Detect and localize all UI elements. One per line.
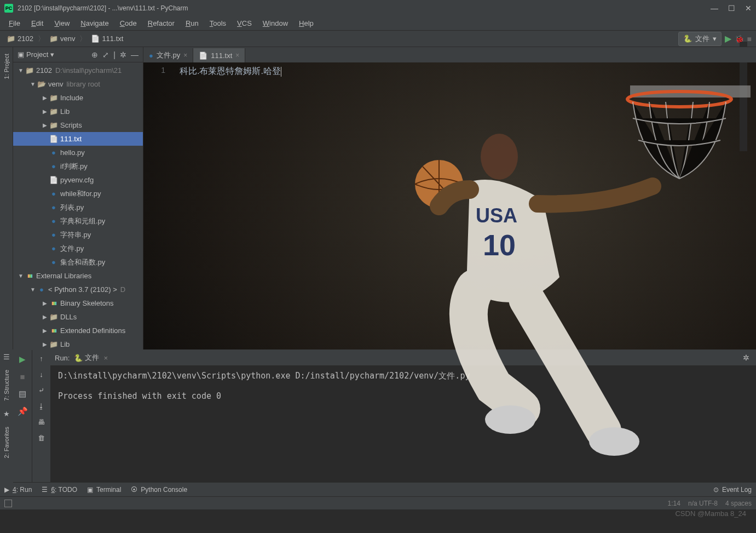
menu-window[interactable]: Window (258, 18, 292, 28)
window-title: 2102 [D:\install\pycharm\2102] - ...\ven… (18, 4, 711, 12)
chevron-down-icon[interactable]: ▾ (50, 50, 54, 59)
tree-label: Lib (60, 340, 70, 348)
indent-setting[interactable]: 4 spaces (725, 500, 752, 507)
menubar: FileEditViewNavigateCodeRefactorRunTools… (0, 16, 756, 31)
gear-icon[interactable]: ✲ (743, 353, 749, 362)
bottom-tool-6-todo[interactable]: ☰6: TODO (42, 486, 77, 494)
py-icon (49, 162, 58, 170)
tree-item[interactable]: ▶Binary Skeletons (13, 296, 143, 310)
lib-icon (49, 301, 58, 306)
tree-item[interactable]: ▶DLLs (13, 310, 143, 324)
tree-item[interactable]: ▼venvlibrary root (13, 77, 143, 91)
locate-icon[interactable]: ⊕ (91, 50, 98, 59)
bottom-tool-terminal[interactable]: ▣Terminal (87, 486, 121, 494)
up-arrow-icon[interactable]: ↑ (39, 354, 43, 363)
run-toolbar-left2: ↑ ↓ ⤶ ⭳ 🖶 🗑 (32, 350, 50, 482)
tree-arrow-icon[interactable]: ▶ (41, 108, 49, 114)
menu-vcs[interactable]: VCS (233, 18, 256, 28)
tree-item[interactable]: pyvenv.cfg (13, 173, 143, 187)
favorites-tool-button[interactable]: 2: Favorites (3, 423, 10, 461)
menu-file[interactable]: File (4, 18, 25, 28)
hide-icon[interactable]: — (131, 50, 138, 59)
tree-item[interactable]: 集合和函数.py (13, 255, 143, 269)
close-tab-icon[interactable]: × (235, 51, 239, 59)
tree-item[interactable]: 字典和元组.py (13, 214, 143, 228)
tree-item[interactable]: ▶Include (13, 91, 143, 105)
structure-tool-button[interactable]: 7: Structure (3, 366, 10, 404)
event-log-button[interactable]: ⊙ Event Log (713, 486, 752, 494)
stop-button[interactable]: ■ (20, 372, 25, 381)
folder-icon (49, 94, 58, 102)
structure-icon[interactable]: ☰ (3, 351, 10, 363)
toolwindows-toggle-icon[interactable] (4, 500, 12, 507)
chevron-right-icon: 〉 (38, 34, 45, 44)
editor-tab[interactable]: 文件.py× (143, 48, 193, 62)
run-config-tab[interactable]: 🐍 文件 × (74, 353, 108, 363)
tree-item[interactable]: 文件.py (13, 242, 143, 255)
tree-item[interactable]: if判断.py (13, 159, 143, 173)
breadcrumb-item[interactable]: 2102 (4, 33, 36, 44)
tree-item[interactable]: ▶Extended Definitions (13, 324, 143, 337)
tree-item[interactable]: ▼External Libraries (13, 269, 143, 283)
trash-icon[interactable]: 🗑 (38, 434, 45, 442)
close-tab-icon[interactable]: × (183, 51, 187, 59)
scroll-end-icon[interactable]: ⭳ (38, 402, 45, 410)
tree-arrow-icon[interactable]: ▶ (41, 314, 49, 320)
breadcrumb-item[interactable]: 111.txt (89, 33, 125, 44)
event-log-label: Event Log (722, 486, 752, 494)
tree-item[interactable]: 列表.py (13, 200, 143, 214)
tree-arrow-icon[interactable]: ▶ (41, 95, 49, 101)
tree-arrow-icon[interactable]: ▼ (16, 273, 25, 279)
tree-arrow-icon[interactable]: ▶ (41, 328, 49, 334)
tree-arrow-icon[interactable]: ▶ (41, 122, 49, 128)
tree-arrow-icon[interactable]: ▼ (16, 67, 25, 73)
tree-arrow-icon[interactable]: ▼ (28, 81, 37, 87)
menu-tools[interactable]: Tools (205, 18, 230, 28)
menu-run[interactable]: Run (181, 18, 203, 28)
tree-item[interactable]: ▶Lib (13, 105, 143, 118)
project-tree[interactable]: ▼2102D:\install\pycharm\21▼venvlibrary r… (13, 62, 143, 349)
breadcrumb-item[interactable]: venv (47, 33, 77, 44)
run-toolbar-left: ▶ ■ ▤ 📌 (13, 350, 32, 482)
wrap-icon[interactable]: ⤶ (38, 386, 44, 394)
tree-item[interactable]: ▼2102D:\install\pycharm\21 (13, 64, 143, 77)
tree-item[interactable]: 字符串.py (13, 228, 143, 242)
minimize-button[interactable]: — (711, 4, 718, 13)
folder-icon (49, 340, 58, 348)
print-icon[interactable]: 🖶 (38, 418, 45, 426)
expand-icon[interactable]: ⤢ (102, 50, 109, 59)
tree-item[interactable]: hello.py (13, 146, 143, 159)
file-encoding[interactable]: n/a UTF-8 (688, 500, 718, 507)
tree-item[interactable]: ▶Lib (13, 337, 143, 349)
tree-item[interactable]: ▶Scripts (13, 118, 143, 132)
menu-code[interactable]: Code (116, 18, 141, 28)
favorites-icon[interactable]: ★ (3, 408, 10, 420)
menu-navigate[interactable]: Navigate (76, 18, 113, 28)
folder-icon (49, 121, 58, 129)
tool-icon: ⦿ (131, 486, 137, 494)
editor-content[interactable]: 科比.布莱恩特詹姆斯.哈登 (175, 62, 756, 349)
menu-refactor[interactable]: Refactor (143, 18, 179, 28)
tree-item[interactable]: 111.txt (13, 132, 143, 146)
bottom-tool-python-console[interactable]: ⦿Python Console (131, 486, 187, 494)
down-arrow-icon[interactable]: ↓ (39, 370, 43, 379)
close-tab-icon[interactable]: × (103, 354, 108, 362)
close-button[interactable]: ✕ (745, 4, 752, 13)
layout-button[interactable]: ▤ (19, 389, 26, 399)
editor-tab[interactable]: 111.txt× (193, 48, 245, 62)
menu-edit[interactable]: Edit (27, 18, 48, 28)
tree-item[interactable]: while和for.py (13, 187, 143, 200)
pin-button[interactable]: 📌 (18, 406, 28, 416)
gear-icon[interactable]: ✲ (120, 50, 126, 59)
menu-view[interactable]: View (50, 18, 74, 28)
tree-item[interactable]: ▼< Python 3.7 (2102) >D (13, 283, 143, 296)
tree-arrow-icon[interactable]: ▶ (41, 300, 49, 306)
maximize-button[interactable]: ☐ (728, 4, 735, 13)
menu-help[interactable]: Help (295, 18, 318, 28)
project-tool-button[interactable]: 1: Project (3, 49, 10, 83)
py-icon (49, 244, 58, 253)
sidebar-title: Project (26, 50, 48, 59)
tree-arrow-icon[interactable]: ▼ (28, 286, 37, 293)
tree-arrow-icon[interactable]: ▶ (41, 341, 49, 347)
rerun-button[interactable]: ▶ (19, 354, 26, 364)
